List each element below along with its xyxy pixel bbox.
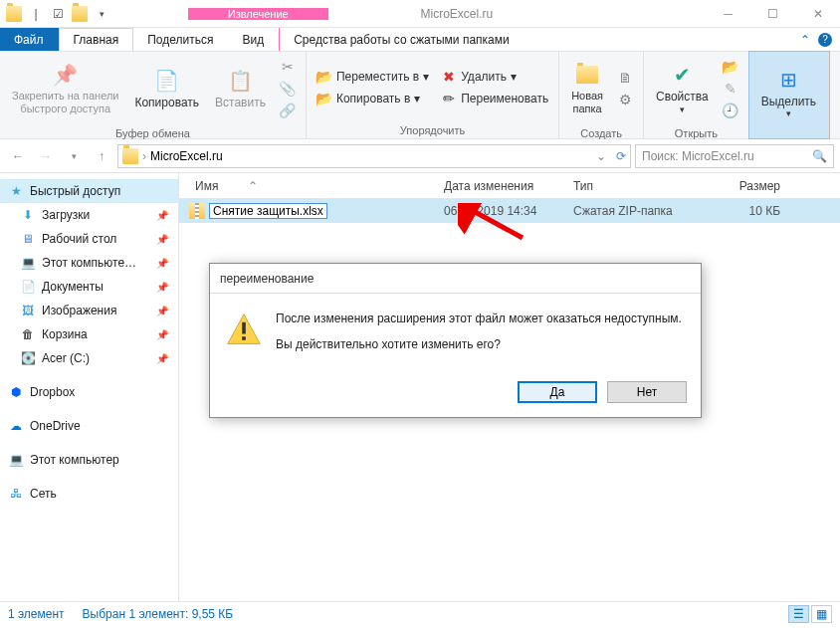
new-item-icon: 🗎 (617, 70, 633, 86)
window-title: MicroExcel.ru (401, 7, 707, 21)
tab-view[interactable]: Вид (228, 28, 279, 51)
tab-file[interactable]: Файл (0, 28, 59, 51)
rename-dialog: переименование После изменения расширени… (209, 263, 702, 418)
nav-acer[interactable]: 💽Acer (C:)📌 (0, 346, 178, 370)
downloads-icon: ⬇ (20, 207, 36, 223)
network-icon: 🖧 (8, 486, 24, 502)
history-button[interactable]: 🕘 (719, 101, 742, 120)
group-select (749, 134, 828, 138)
nav-thispc[interactable]: 💻Этот компьютер (0, 448, 178, 472)
col-size[interactable]: Размер (707, 179, 786, 193)
nav-onedrive[interactable]: ☁OneDrive (0, 414, 178, 438)
view-icons-button[interactable]: ▦ (811, 605, 832, 623)
rename-editbox[interactable]: Снятие защиты.xlsx (209, 203, 327, 219)
folder-icon (70, 4, 90, 24)
nav-dropbox[interactable]: ⬢Dropbox (0, 380, 178, 404)
rename-icon: ✏ (441, 91, 457, 106)
rename-button[interactable]: ✏Переименовать (437, 89, 552, 108)
qat-dropdown-icon[interactable]: ▾ (92, 4, 111, 24)
pin-button[interactable]: 📌 Закрепить на панели быстрого доступа (6, 54, 124, 123)
pin-icon: 📌 (156, 282, 168, 293)
nav-recycle[interactable]: 🗑Корзина📌 (0, 322, 178, 346)
search-box[interactable]: Поиск: MicroExcel.ru 🔍 (635, 144, 834, 168)
edit-icon: ✎ (723, 81, 738, 97)
context-tab-extract: Извлечение (188, 8, 328, 20)
paste-icon: 📋 (228, 68, 254, 94)
forward-button[interactable]: → (34, 144, 58, 168)
maximize-button[interactable]: ☐ (750, 0, 795, 27)
address-bar[interactable]: › MicroExcel.ru ⌄ ⟳ (117, 144, 631, 168)
address-dropdown-icon[interactable]: ⌄ (596, 149, 606, 163)
help-icon[interactable]: ? (818, 33, 832, 47)
copy-path-button[interactable]: 📎 (276, 79, 300, 99)
nav-desktop[interactable]: 🖥Рабочий стол📌 (0, 227, 178, 251)
folder-icon (122, 148, 138, 164)
cut-button[interactable]: ✂ (276, 57, 300, 77)
breadcrumb[interactable]: MicroExcel.ru (150, 149, 223, 163)
easy-access-button[interactable]: ⚙ (613, 90, 637, 109)
move-icon: 📂 (316, 69, 332, 85)
ribbon: 📌 Закрепить на панели быстрого доступа 📄… (0, 52, 840, 139)
pin-icon: 📌 (156, 234, 168, 245)
pc-icon: 💻 (20, 255, 36, 271)
new-item-button[interactable]: 🗎 (613, 68, 637, 88)
back-button[interactable]: ← (6, 144, 30, 168)
ribbon-collapse-icon[interactable]: ⌃ (800, 33, 810, 47)
onedrive-icon: ☁ (8, 418, 24, 434)
copy-button[interactable]: 📄 Копировать (128, 54, 205, 123)
col-date[interactable]: Дата изменения (438, 179, 567, 193)
easy-access-icon: ⚙ (617, 92, 633, 107)
move-to-button[interactable]: 📂Переместить в ▾ (313, 67, 433, 87)
view-details-button[interactable]: ☰ (788, 605, 809, 623)
search-placeholder: Поиск: MicroExcel.ru (642, 149, 754, 163)
tab-archive-tools[interactable]: Средства работы со сжатыми папками (279, 28, 525, 51)
recent-dropdown[interactable]: ▾ (62, 144, 86, 168)
dialog-message-1: После изменения расширения этот файл мож… (276, 312, 682, 325)
nav-pictures[interactable]: 🖼Изображения📌 (0, 299, 178, 322)
yes-button[interactable]: Да (518, 381, 597, 403)
status-selected: Выбран 1 элемент: 9,55 КБ (83, 607, 234, 621)
recycle-icon: 🗑 (20, 326, 36, 342)
nav-thispc-folder[interactable]: 💻Этот компьюте…📌 (0, 251, 178, 275)
paste-button[interactable]: 📋 Вставить (209, 54, 272, 123)
nav-network[interactable]: 🖧Сеть (0, 482, 178, 506)
pictures-icon: 🖼 (20, 303, 36, 318)
new-folder-button[interactable]: Новая папка (565, 54, 609, 123)
sort-indicator: ⌃ (248, 179, 258, 193)
cut-icon: ✂ (280, 59, 296, 75)
tab-share[interactable]: Поделиться (133, 28, 228, 51)
nav-downloads[interactable]: ⬇Загрузки📌 (0, 203, 178, 227)
up-button[interactable]: ↑ (90, 144, 113, 168)
nav-documents[interactable]: 📄Документы📌 (0, 275, 178, 299)
edit-button[interactable]: ✎ (719, 79, 742, 99)
refresh-button[interactable]: ⟳ (616, 149, 626, 163)
nav-quick-access[interactable]: ★Быстрый доступ (0, 179, 178, 203)
file-list: Имя⌃ Дата изменения Тип Размер Снятие за… (179, 173, 840, 601)
copy-to-button[interactable]: 📂Копировать в ▾ (313, 89, 433, 108)
delete-button[interactable]: ✖Удалить ▾ (437, 67, 552, 87)
no-button[interactable]: Нет (607, 381, 687, 403)
col-type[interactable]: Тип (567, 179, 707, 193)
properties-button[interactable]: ✔ Свойства ▾ (650, 54, 715, 123)
cell-size: 10 КБ (707, 204, 786, 218)
file-row[interactable]: Снятие защиты.xlsx 06.12.2019 14:34 Сжат… (179, 199, 840, 223)
open-button[interactable]: 📂 (719, 57, 742, 77)
cell-date: 06.12.2019 14:34 (438, 204, 567, 218)
copy-icon: 📄 (154, 68, 180, 94)
group-new: Создать (559, 125, 643, 141)
paste-shortcut-button[interactable]: 🔗 (276, 101, 300, 120)
documents-icon: 📄 (20, 279, 36, 295)
shortcut-icon: 🔗 (280, 103, 296, 118)
pin-icon: 📌 (156, 210, 168, 221)
tab-home[interactable]: Главная (59, 28, 134, 51)
select-button[interactable]: ⊞ Выделить ▾ (755, 59, 822, 128)
checkbox-icon[interactable]: ☑ (48, 4, 68, 24)
breadcrumb-sep: › (142, 149, 146, 163)
folder-icon (4, 4, 24, 24)
minimize-button[interactable]: ─ (706, 0, 750, 27)
close-button[interactable]: ✕ (795, 0, 840, 27)
ribbon-tabs: Файл Главная Поделиться Вид Средства раб… (0, 28, 840, 52)
col-name[interactable]: Имя⌃ (189, 179, 438, 193)
copyto-icon: 📂 (316, 91, 332, 106)
svg-rect-2 (242, 322, 246, 334)
